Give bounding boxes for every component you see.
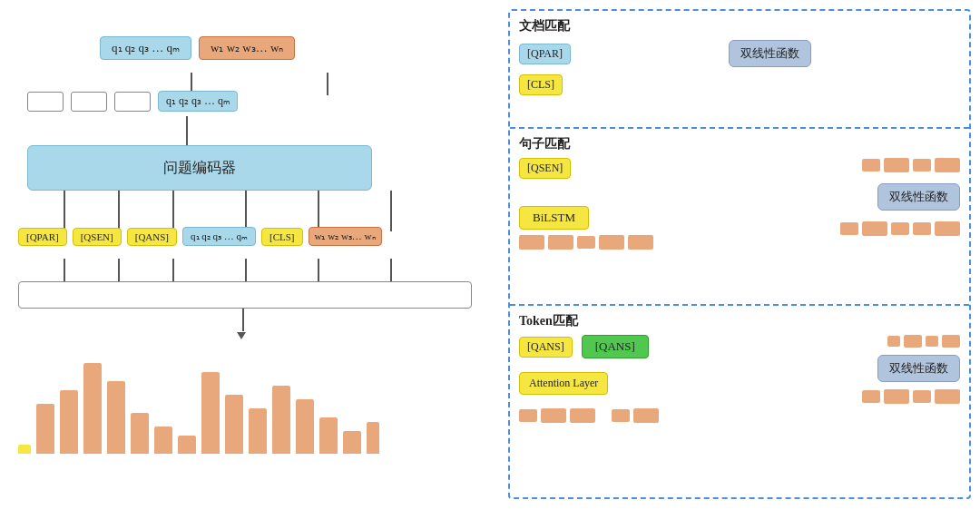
token-right: 双线性函数 (668, 335, 960, 404)
bilstm-block-3 (577, 236, 595, 249)
stb-3 (913, 159, 931, 172)
bar-2 (60, 390, 78, 454)
small-rect-1 (27, 92, 64, 112)
arrow-w (390, 191, 392, 231)
q-mid-tag: q₁ q₂ q₃ … qₘ (182, 227, 256, 246)
doc-row1: [QPAR] 双线性函数 (519, 40, 960, 67)
token-row1: [QANS] [QANS] (519, 335, 659, 358)
token-qans-green: [QANS] (582, 335, 649, 358)
right-panel: 文档匹配 [QPAR] 双线性函数 [CLS] 句子匹配 [QSEN] (508, 9, 971, 499)
input-row: q₁ q₂ q₃ … qₘ w₁ w₂ w₃… wₙ (100, 36, 295, 60)
bar-9 (225, 395, 243, 454)
attention-box: Attention Layer (519, 372, 608, 395)
sbb-2 (862, 221, 887, 236)
bilstm-block-2 (548, 235, 573, 250)
sentence-match-title: 句子匹配 (519, 136, 960, 152)
token-qans-tag: [QANS] (519, 337, 573, 358)
token-right-blocks (862, 389, 960, 404)
bar-14 (343, 431, 361, 454)
token-top-blocks (887, 335, 960, 348)
histogram (18, 327, 481, 454)
trb-3 (913, 390, 931, 403)
arrow-qans (172, 191, 174, 231)
token-bottom-blocks (519, 408, 659, 423)
token-match-title: Token匹配 (519, 313, 960, 329)
trb-2 (884, 389, 909, 404)
token-match-section: Token匹配 [QANS] [QANS] Attention Layer (510, 306, 969, 497)
bottom-bar (18, 281, 472, 309)
arrow-q (245, 191, 247, 231)
main-container: q₁ q₂ q₃ … qₘ w₁ w₂ w₃… wₙ q₁ q₂ q₃ … qₘ… (0, 0, 980, 510)
sent-right: 双线性函数 (662, 158, 960, 236)
q-tokens-box: q₁ q₂ q₃ … qₘ (100, 36, 191, 60)
sbb-3 (891, 222, 909, 235)
sent-row1: [QSEN] (519, 158, 653, 179)
tbb-2 (541, 408, 566, 423)
bar-8 (201, 372, 220, 454)
bar-0 (18, 445, 31, 454)
encoder-box: 问题编码器 (27, 145, 372, 191)
sbb-5 (935, 221, 960, 236)
arrow-cls (318, 191, 319, 231)
qpar-tag: [QPAR] (18, 228, 67, 246)
token-row2: Attention Layer (519, 372, 659, 395)
sent-bilinear: 双线性函数 (877, 183, 960, 211)
sent-bottom-blocks (840, 221, 960, 236)
arrow-to-bar (64, 259, 65, 284)
bar-4 (107, 381, 125, 454)
ttb-4 (942, 335, 960, 348)
stb-1 (862, 159, 880, 172)
ttb-3 (926, 336, 938, 347)
bar-3 (83, 363, 102, 454)
bar-1 (36, 404, 54, 454)
connector-v2 (327, 73, 328, 95)
sentence-match-section: 句子匹配 [QSEN] BiLSTM (510, 129, 969, 306)
bar-5 (131, 413, 149, 454)
ttb-2 (904, 335, 922, 348)
qans-tag: [QANS] (127, 228, 177, 246)
trb-1 (862, 390, 880, 403)
tbb-3 (570, 408, 595, 423)
small-rect-3 (114, 92, 151, 112)
arrow-qsen (118, 191, 120, 231)
stb-4 (935, 158, 960, 172)
arrow-to-bar3 (172, 259, 174, 284)
input-row2: q₁ q₂ q₃ … qₘ (27, 91, 238, 112)
sbb-4 (913, 222, 931, 235)
bar-10 (249, 408, 267, 454)
doc-qpar-tag: [QPAR] (519, 44, 571, 64)
doc-cls-tag: [CLS] (519, 74, 563, 95)
trb-4 (935, 389, 960, 404)
qsen-tag: [QSEN] (73, 228, 122, 246)
stb-2 (884, 158, 909, 172)
q-tokens-box2: q₁ q₂ q₃ … qₘ (158, 91, 238, 112)
arrow-to-bar2 (118, 259, 120, 284)
arrow-to-bar5 (318, 259, 319, 284)
bilstm-block-5 (628, 235, 653, 250)
bilstm-container: BiLSTM (519, 206, 653, 230)
arrow-to-bar4 (245, 259, 247, 284)
bar-12 (296, 399, 314, 454)
sentence-qsen-tag: [QSEN] (519, 158, 571, 179)
small-rect-2 (71, 92, 107, 112)
w-tokens-box: w₁ w₂ w₃… wₙ (199, 36, 295, 60)
bar-13 (319, 417, 338, 454)
bar-11 (272, 386, 290, 454)
bar-7 (178, 436, 196, 454)
bar-15 (367, 422, 379, 454)
token-bilinear: 双线性函数 (877, 355, 960, 382)
doc-bilinear: 双线性函数 (729, 40, 811, 67)
tbb-1 (519, 409, 537, 422)
tbb-4 (612, 409, 630, 422)
tag-row: [QPAR] [QSEN] [QANS] q₁ q₂ q₃ … qₘ [CLS]… (18, 227, 382, 246)
doc-match-title: 文档匹配 (519, 18, 960, 34)
token-left: [QANS] [QANS] Attention Layer (519, 335, 659, 423)
doc-match-section: 文档匹配 [QPAR] 双线性函数 [CLS] (510, 11, 969, 129)
ttb-1 (887, 336, 900, 347)
sbb-1 (840, 222, 858, 235)
sent-top-blocks (862, 158, 960, 172)
bilstm-box: BiLSTM (519, 206, 589, 230)
bar-6 (154, 427, 172, 454)
doc-row2: [CLS] (519, 74, 960, 95)
bilstm-block-4 (599, 235, 624, 250)
